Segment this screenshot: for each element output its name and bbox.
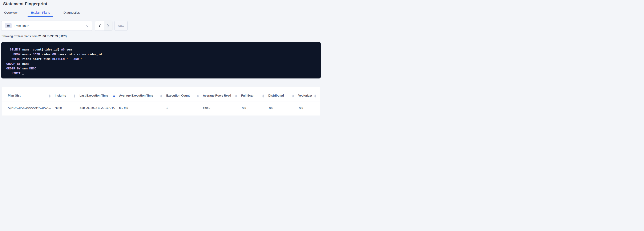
tab-bar: Overview Explain Plans Diagnostics — [1, 8, 83, 17]
cell-plan-gist[interactable]: AgHUAQIABQAAAAHYAQIAiA... — [2, 101, 55, 114]
sort-asc-arrow — [197, 94, 199, 96]
cell-average-execution-time: 5.0 ms — [119, 101, 166, 114]
column-header-plan-gist[interactable]: Plan Gist — [2, 87, 55, 101]
cell-insights: None — [55, 101, 80, 114]
column-label-vectorized: Vectorized — [298, 94, 312, 99]
sql-code: SELECT name, count(rides.id) AS sum FROM… — [6, 47, 316, 76]
sql-text: users — [20, 53, 33, 56]
cell-full-scan: Yes — [241, 101, 268, 114]
sort-asc-arrow — [113, 94, 115, 96]
sort-icon[interactable] — [314, 94, 316, 98]
sql-keyword: WHERE — [12, 58, 20, 61]
sort-icon[interactable] — [160, 94, 162, 98]
cell-vectorized: Yes — [298, 101, 320, 114]
chevron-down-icon — [86, 24, 89, 27]
cell-execution-count: 1 — [166, 101, 203, 114]
sort-asc-arrow — [262, 94, 264, 96]
sql-text: name — [20, 62, 29, 66]
time-range-badge: 1h — [5, 23, 12, 28]
sort-asc-arrow — [235, 94, 237, 96]
sql-text — [6, 58, 12, 61]
sort-icon[interactable] — [113, 94, 115, 98]
time-nav-group — [95, 20, 112, 31]
sort-desc-arrow — [197, 96, 199, 98]
sort-desc-arrow — [262, 96, 264, 98]
sort-asc-arrow — [49, 94, 50, 96]
column-header-execution-count[interactable]: Execution Count — [166, 87, 203, 101]
summary-range: 21:00 to 22:59 (UTC) — [38, 34, 67, 38]
sql-text — [6, 48, 10, 51]
sort-asc-arrow — [314, 94, 316, 96]
sql-keyword: LIMIT — [12, 72, 20, 75]
tab-explain-plans[interactable]: Explain Plans — [28, 8, 54, 17]
sql-text — [64, 58, 66, 61]
cell-average-rows-read: 550.0 — [203, 101, 241, 114]
column-label-execution-count: Execution Count — [166, 94, 195, 99]
sort-desc-arrow — [160, 96, 162, 98]
sql-literal: '_' — [80, 58, 86, 61]
sql-keyword: ORDER BY — [6, 67, 20, 70]
sql-keyword: BETWEEN — [52, 58, 64, 61]
time-range-label: Past Hour — [14, 24, 28, 28]
sql-text: _ — [20, 72, 24, 75]
sql-text — [6, 53, 14, 56]
sql-keyword: JOIN — [33, 53, 40, 56]
sort-icon[interactable] — [197, 94, 199, 98]
explain-plans-table: Plan GistInsightsLast Execution TimeAver… — [2, 87, 320, 114]
sort-icon[interactable] — [292, 94, 294, 98]
sql-keyword: GROUP BY — [6, 62, 20, 66]
column-header-average-rows-read[interactable]: Average Rows Read — [203, 87, 241, 101]
sql-text: users.id = rides.rider_id — [56, 53, 102, 56]
column-header-average-execution-time[interactable]: Average Execution Time — [119, 87, 166, 101]
sort-desc-arrow — [235, 96, 237, 98]
column-header-distributed[interactable]: Distributed — [268, 87, 298, 101]
sql-keyword: AS — [61, 48, 64, 51]
cell-distributed: Yes — [268, 101, 298, 114]
sort-asc-arrow — [160, 94, 162, 96]
sort-icon[interactable] — [74, 94, 75, 98]
column-label-last-execution-time: Last Execution Time — [80, 94, 111, 99]
cell-last-execution-time: Sep 06, 2022 at 22:13 UTC — [80, 101, 119, 114]
sort-desc-arrow — [113, 96, 115, 98]
next-time-range-button[interactable] — [104, 21, 112, 30]
column-label-average-rows-read: Average Rows Read — [203, 94, 233, 99]
column-header-last-execution-time[interactable]: Last Execution Time — [80, 87, 119, 101]
sql-keyword: AND — [74, 58, 79, 61]
column-header-insights[interactable]: Insights — [55, 87, 80, 101]
sort-desc-arrow — [314, 96, 316, 98]
sql-text — [79, 58, 80, 61]
now-button[interactable]: Now — [114, 20, 128, 31]
summary-prefix: Showing explain plans from — [2, 34, 38, 38]
sql-text: name, count(rides.id) — [20, 48, 61, 51]
column-label-distributed: Distributed — [268, 94, 290, 99]
page-title: Statement Fingerprint — [3, 2, 47, 6]
explain-plans-table-card: Plan GistInsightsLast Execution TimeAver… — [2, 87, 320, 116]
sql-text — [6, 72, 12, 75]
column-label-plan-gist: Plan Gist — [8, 94, 47, 99]
chevron-left-icon — [98, 24, 102, 27]
time-controls: 1h Past Hour Now — [1, 20, 128, 31]
sort-icon[interactable] — [49, 94, 50, 98]
column-header-full-scan[interactable]: Full Scan — [241, 87, 268, 101]
sql-keyword: DESC — [29, 67, 36, 70]
prev-time-range-button[interactable] — [95, 21, 104, 30]
column-label-insights: Insights — [55, 94, 72, 99]
sql-text: sum — [20, 67, 29, 70]
column-label-average-execution-time: Average Execution Time — [119, 94, 158, 99]
sort-icon[interactable] — [262, 94, 264, 98]
table-row: AgHUAQIABQAAAAHYAQIAiA...NoneSep 06, 202… — [2, 101, 320, 114]
column-label-full-scan: Full Scan — [241, 94, 260, 99]
column-header-vectorized[interactable]: Vectorized — [298, 87, 320, 101]
sql-statement-box: SELECT name, count(rides.id) AS sum FROM… — [1, 42, 321, 78]
sort-asc-arrow — [292, 94, 294, 96]
table-header-row: Plan GistInsightsLast Execution TimeAver… — [2, 87, 320, 101]
tab-overview[interactable]: Overview — [1, 8, 21, 17]
time-range-summary: Showing explain plans from 21:00 to 22:5… — [2, 34, 67, 38]
table-body: AgHUAQIABQAAAAHYAQIAiA...NoneSep 06, 202… — [2, 101, 320, 114]
tab-diagnostics[interactable]: Diagnostics — [60, 8, 83, 17]
sort-icon[interactable] — [235, 94, 237, 98]
sql-text: rides — [40, 53, 52, 56]
sort-desc-arrow — [292, 96, 294, 98]
time-range-select[interactable]: 1h Past Hour — [1, 20, 92, 31]
sql-keyword: ON — [52, 53, 56, 56]
